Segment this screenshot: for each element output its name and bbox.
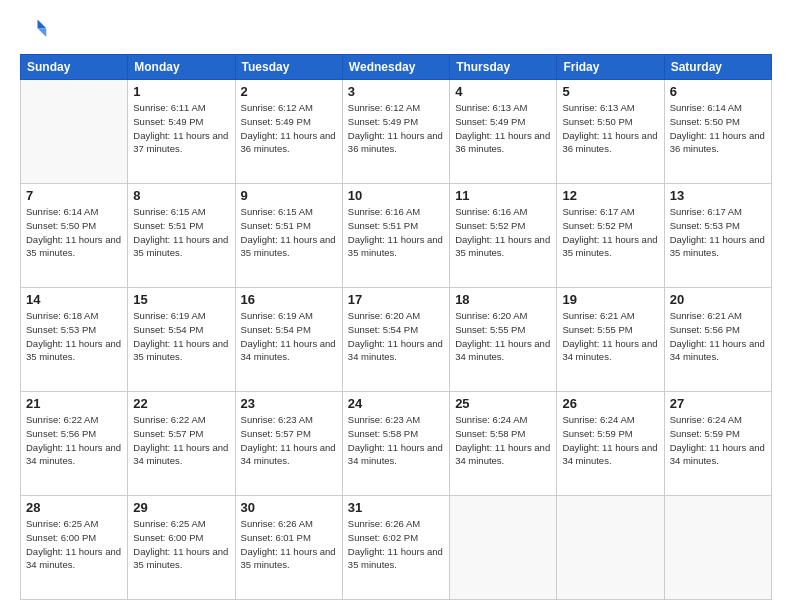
calendar-cell: 7Sunrise: 6:14 AM Sunset: 5:50 PM Daylig…: [21, 184, 128, 288]
weekday-header: Monday: [128, 55, 235, 80]
day-number: 22: [133, 396, 229, 411]
day-info: Sunrise: 6:11 AM Sunset: 5:49 PM Dayligh…: [133, 101, 229, 156]
day-number: 27: [670, 396, 766, 411]
calendar-cell: [21, 80, 128, 184]
svg-rect-2: [22, 20, 38, 41]
day-info: Sunrise: 6:15 AM Sunset: 5:51 PM Dayligh…: [133, 205, 229, 260]
day-number: 26: [562, 396, 658, 411]
svg-marker-0: [38, 20, 47, 29]
calendar-cell: 9Sunrise: 6:15 AM Sunset: 5:51 PM Daylig…: [235, 184, 342, 288]
day-number: 25: [455, 396, 551, 411]
day-number: 21: [26, 396, 122, 411]
day-number: 4: [455, 84, 551, 99]
calendar-cell: 10Sunrise: 6:16 AM Sunset: 5:51 PM Dayli…: [342, 184, 449, 288]
calendar-cell: 30Sunrise: 6:26 AM Sunset: 6:01 PM Dayli…: [235, 496, 342, 600]
calendar-week-row: 1Sunrise: 6:11 AM Sunset: 5:49 PM Daylig…: [21, 80, 772, 184]
day-info: Sunrise: 6:19 AM Sunset: 5:54 PM Dayligh…: [133, 309, 229, 364]
day-info: Sunrise: 6:23 AM Sunset: 5:57 PM Dayligh…: [241, 413, 337, 468]
day-number: 28: [26, 500, 122, 515]
calendar-cell: [557, 496, 664, 600]
page: SundayMondayTuesdayWednesdayThursdayFrid…: [0, 0, 792, 612]
day-number: 11: [455, 188, 551, 203]
svg-marker-1: [38, 28, 47, 37]
day-info: Sunrise: 6:25 AM Sunset: 6:00 PM Dayligh…: [133, 517, 229, 572]
weekday-header: Sunday: [21, 55, 128, 80]
calendar-cell: 20Sunrise: 6:21 AM Sunset: 5:56 PM Dayli…: [664, 288, 771, 392]
day-number: 20: [670, 292, 766, 307]
day-number: 15: [133, 292, 229, 307]
day-number: 18: [455, 292, 551, 307]
calendar-cell: 23Sunrise: 6:23 AM Sunset: 5:57 PM Dayli…: [235, 392, 342, 496]
calendar-week-row: 21Sunrise: 6:22 AM Sunset: 5:56 PM Dayli…: [21, 392, 772, 496]
calendar-cell: 22Sunrise: 6:22 AM Sunset: 5:57 PM Dayli…: [128, 392, 235, 496]
day-number: 29: [133, 500, 229, 515]
day-number: 8: [133, 188, 229, 203]
calendar-week-row: 28Sunrise: 6:25 AM Sunset: 6:00 PM Dayli…: [21, 496, 772, 600]
calendar-cell: 21Sunrise: 6:22 AM Sunset: 5:56 PM Dayli…: [21, 392, 128, 496]
day-number: 31: [348, 500, 444, 515]
day-number: 19: [562, 292, 658, 307]
calendar-cell: 2Sunrise: 6:12 AM Sunset: 5:49 PM Daylig…: [235, 80, 342, 184]
day-number: 7: [26, 188, 122, 203]
day-info: Sunrise: 6:23 AM Sunset: 5:58 PM Dayligh…: [348, 413, 444, 468]
day-info: Sunrise: 6:25 AM Sunset: 6:00 PM Dayligh…: [26, 517, 122, 572]
day-info: Sunrise: 6:21 AM Sunset: 5:55 PM Dayligh…: [562, 309, 658, 364]
day-info: Sunrise: 6:19 AM Sunset: 5:54 PM Dayligh…: [241, 309, 337, 364]
calendar-cell: 12Sunrise: 6:17 AM Sunset: 5:52 PM Dayli…: [557, 184, 664, 288]
weekday-header: Wednesday: [342, 55, 449, 80]
calendar-cell: 11Sunrise: 6:16 AM Sunset: 5:52 PM Dayli…: [450, 184, 557, 288]
day-info: Sunrise: 6:13 AM Sunset: 5:50 PM Dayligh…: [562, 101, 658, 156]
weekday-header: Tuesday: [235, 55, 342, 80]
calendar-cell: 17Sunrise: 6:20 AM Sunset: 5:54 PM Dayli…: [342, 288, 449, 392]
day-number: 16: [241, 292, 337, 307]
calendar-week-row: 7Sunrise: 6:14 AM Sunset: 5:50 PM Daylig…: [21, 184, 772, 288]
day-info: Sunrise: 6:17 AM Sunset: 5:53 PM Dayligh…: [670, 205, 766, 260]
day-number: 17: [348, 292, 444, 307]
calendar-cell: [450, 496, 557, 600]
calendar-cell: 19Sunrise: 6:21 AM Sunset: 5:55 PM Dayli…: [557, 288, 664, 392]
day-number: 12: [562, 188, 658, 203]
day-info: Sunrise: 6:16 AM Sunset: 5:51 PM Dayligh…: [348, 205, 444, 260]
calendar-cell: 1Sunrise: 6:11 AM Sunset: 5:49 PM Daylig…: [128, 80, 235, 184]
calendar-cell: [664, 496, 771, 600]
day-info: Sunrise: 6:24 AM Sunset: 5:59 PM Dayligh…: [562, 413, 658, 468]
day-number: 6: [670, 84, 766, 99]
calendar-cell: 4Sunrise: 6:13 AM Sunset: 5:49 PM Daylig…: [450, 80, 557, 184]
logo-icon: [20, 16, 48, 44]
day-info: Sunrise: 6:24 AM Sunset: 5:59 PM Dayligh…: [670, 413, 766, 468]
day-number: 30: [241, 500, 337, 515]
calendar-cell: 18Sunrise: 6:20 AM Sunset: 5:55 PM Dayli…: [450, 288, 557, 392]
weekday-header-row: SundayMondayTuesdayWednesdayThursdayFrid…: [21, 55, 772, 80]
day-number: 9: [241, 188, 337, 203]
day-number: 14: [26, 292, 122, 307]
weekday-header: Thursday: [450, 55, 557, 80]
weekday-header: Saturday: [664, 55, 771, 80]
day-number: 10: [348, 188, 444, 203]
calendar-cell: 6Sunrise: 6:14 AM Sunset: 5:50 PM Daylig…: [664, 80, 771, 184]
day-number: 3: [348, 84, 444, 99]
calendar-cell: 29Sunrise: 6:25 AM Sunset: 6:00 PM Dayli…: [128, 496, 235, 600]
logo: [20, 16, 52, 44]
day-info: Sunrise: 6:13 AM Sunset: 5:49 PM Dayligh…: [455, 101, 551, 156]
day-number: 2: [241, 84, 337, 99]
day-info: Sunrise: 6:20 AM Sunset: 5:54 PM Dayligh…: [348, 309, 444, 364]
day-info: Sunrise: 6:26 AM Sunset: 6:01 PM Dayligh…: [241, 517, 337, 572]
day-info: Sunrise: 6:12 AM Sunset: 5:49 PM Dayligh…: [348, 101, 444, 156]
weekday-header: Friday: [557, 55, 664, 80]
day-info: Sunrise: 6:16 AM Sunset: 5:52 PM Dayligh…: [455, 205, 551, 260]
calendar: SundayMondayTuesdayWednesdayThursdayFrid…: [20, 54, 772, 600]
day-info: Sunrise: 6:15 AM Sunset: 5:51 PM Dayligh…: [241, 205, 337, 260]
day-info: Sunrise: 6:24 AM Sunset: 5:58 PM Dayligh…: [455, 413, 551, 468]
day-number: 5: [562, 84, 658, 99]
calendar-cell: 16Sunrise: 6:19 AM Sunset: 5:54 PM Dayli…: [235, 288, 342, 392]
calendar-cell: 8Sunrise: 6:15 AM Sunset: 5:51 PM Daylig…: [128, 184, 235, 288]
calendar-cell: 28Sunrise: 6:25 AM Sunset: 6:00 PM Dayli…: [21, 496, 128, 600]
day-number: 1: [133, 84, 229, 99]
day-info: Sunrise: 6:20 AM Sunset: 5:55 PM Dayligh…: [455, 309, 551, 364]
day-info: Sunrise: 6:14 AM Sunset: 5:50 PM Dayligh…: [26, 205, 122, 260]
day-number: 24: [348, 396, 444, 411]
calendar-cell: 25Sunrise: 6:24 AM Sunset: 5:58 PM Dayli…: [450, 392, 557, 496]
day-info: Sunrise: 6:26 AM Sunset: 6:02 PM Dayligh…: [348, 517, 444, 572]
calendar-cell: 15Sunrise: 6:19 AM Sunset: 5:54 PM Dayli…: [128, 288, 235, 392]
day-info: Sunrise: 6:17 AM Sunset: 5:52 PM Dayligh…: [562, 205, 658, 260]
